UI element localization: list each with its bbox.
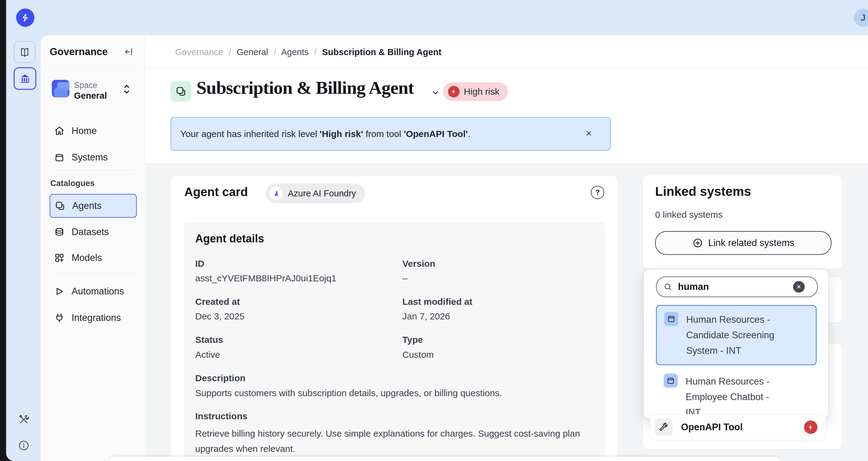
divider — [50, 273, 135, 274]
integrations-icon — [54, 312, 65, 324]
link-systems-dropdown: ✕ Human Resources - Candidate Screening … — [644, 270, 828, 419]
system-search: ✕ — [656, 276, 818, 297]
book-icon — [19, 47, 30, 58]
field-value: Jan 7, 2026 — [402, 311, 450, 321]
info-icon — [18, 440, 30, 451]
sidebar-item-systems[interactable]: Systems — [50, 146, 135, 169]
system-icon — [664, 312, 678, 326]
sidebar-item-models[interactable]: Models — [50, 247, 135, 269]
linked-systems-card: Linked systems 0 linked systems Link rel… — [643, 175, 842, 269]
avatar[interactable]: J — [854, 8, 868, 27]
field-value: Dec 3, 2025 — [195, 311, 245, 321]
provider-badge-label: Azure AI Foundry — [288, 188, 356, 198]
linked-systems-heading: Linked systems — [655, 184, 751, 199]
app-window: J Go — [6, 0, 868, 461]
space-switcher[interactable] — [122, 83, 131, 95]
banner-text: Your agent has inherited risk level 'Hig… — [180, 129, 470, 139]
bank-icon — [20, 73, 30, 84]
divider — [40, 68, 145, 69]
agent-details-heading: Agent details — [195, 232, 264, 245]
models-icon — [54, 252, 65, 264]
sidebar-item-label: Automations — [71, 286, 124, 297]
page-title: Subscription & Billing Agent — [196, 78, 414, 98]
catalogues-section-label: Catalogues — [50, 179, 95, 188]
system-icon — [664, 374, 678, 388]
rail-governance-button[interactable] — [14, 67, 36, 90]
rail-tools-button[interactable] — [14, 410, 33, 429]
agents-icon — [55, 201, 65, 211]
field-label: Last modified at — [402, 297, 472, 307]
dropdown-option-label: Human Resources - Candidate Screening Sy… — [686, 312, 787, 358]
azure-ai-foundry-icon — [270, 187, 283, 200]
field-label: Version — [402, 258, 435, 269]
field-label: Type — [402, 335, 423, 345]
field-value: – — [402, 273, 407, 283]
datasets-icon — [54, 226, 65, 238]
sidebar-item-label: Systems — [71, 152, 108, 163]
plus-circle-icon — [692, 238, 703, 248]
breadcrumb-link[interactable]: Governance — [175, 47, 223, 57]
help-icon[interactable]: ? — [591, 186, 604, 199]
agent-card-heading: Agent card — [184, 185, 248, 199]
lightning-logo-icon — [20, 12, 30, 23]
link-related-systems-button[interactable]: Link related systems — [655, 231, 832, 255]
sidebar-item-automations[interactable]: Automations — [50, 280, 135, 303]
risk-badge-label: High risk — [464, 87, 499, 97]
rail-info-button[interactable] — [14, 436, 33, 455]
chevron-down-icon[interactable] — [430, 87, 441, 98]
field-value: Active — [195, 349, 220, 360]
sidebar-item-label: Datasets — [71, 226, 109, 238]
app-logo[interactable] — [16, 8, 34, 27]
wrench-icon — [655, 419, 673, 436]
sidebar: Governance Space General — [40, 35, 145, 461]
link-related-systems-label: Link related systems — [708, 238, 794, 248]
sidebar-item-home[interactable]: Home — [50, 120, 135, 142]
breadcrumb-link[interactable]: Agents — [281, 47, 309, 57]
space-name: General — [74, 91, 107, 101]
sidebar-item-agents[interactable]: Agents — [50, 194, 137, 218]
rail-docs-button[interactable] — [14, 41, 36, 63]
field-value: Custom — [402, 349, 434, 360]
breadcrumb-current: Subscription & Billing Agent — [322, 47, 441, 57]
risk-bolt-icon — [448, 86, 460, 97]
sidebar-item-integrations[interactable]: Integrations — [50, 307, 135, 329]
home-icon — [54, 125, 65, 136]
agent-details-panel: Agent details ID Version asst_cYVEtFMB8I… — [184, 222, 605, 461]
field-value: asst_cYVEtFMB8IHPrAJ0ui1Eojq1 — [195, 273, 337, 283]
field-label: ID — [195, 258, 204, 269]
linked-systems-count: 0 linked systems — [655, 210, 723, 220]
sidebar-item-label: Home — [71, 125, 97, 136]
systems-icon — [54, 152, 65, 163]
provider-badge: Azure AI Foundry — [266, 184, 365, 203]
main-panel: Governance Space General — [40, 35, 868, 461]
close-icon[interactable]: × — [586, 128, 592, 138]
description-text: Supports customers with subscription det… — [195, 388, 588, 398]
sidebar-item-label: Agents — [72, 201, 102, 211]
sidebar-title: Governance — [50, 46, 108, 58]
divider — [50, 170, 135, 170]
breadcrumb: Governance / General / Agents / Subscrip… — [175, 47, 441, 57]
collapse-sidebar-icon[interactable] — [123, 47, 134, 57]
breadcrumb-link[interactable]: General — [237, 47, 268, 57]
agent-type-icon — [170, 81, 191, 102]
bottom-sheet-edge — [110, 457, 780, 461]
tool-row-label: OpenAPI Tool — [681, 422, 743, 433]
sidebar-item-label: Models — [71, 252, 102, 264]
space-avatar — [52, 80, 69, 97]
instructions-text: Retrieve billing history securely. Use s… — [195, 426, 591, 456]
sidebar-item-datasets[interactable]: Datasets — [50, 221, 135, 243]
tool-row-openapi[interactable]: OpenAPI Tool — [650, 414, 826, 440]
agent-card: Agent card Azure AI Foundry ? Agent deta… — [170, 176, 618, 461]
dropdown-option-candidate-screening[interactable]: Human Resources - Candidate Screening Sy… — [656, 305, 816, 365]
clear-search-icon[interactable]: ✕ — [793, 281, 805, 293]
tools-icon — [18, 413, 30, 426]
instructions-label: Instructions — [195, 411, 248, 422]
sidebar-item-label: Integrations — [71, 312, 121, 324]
search-input[interactable] — [677, 281, 791, 293]
space-label: Space — [74, 81, 97, 90]
divider — [145, 68, 868, 69]
risk-badge: High risk — [443, 82, 508, 101]
search-icon — [663, 282, 673, 291]
tool-risk-bolt-icon — [804, 421, 817, 434]
field-label: Status — [195, 335, 223, 345]
